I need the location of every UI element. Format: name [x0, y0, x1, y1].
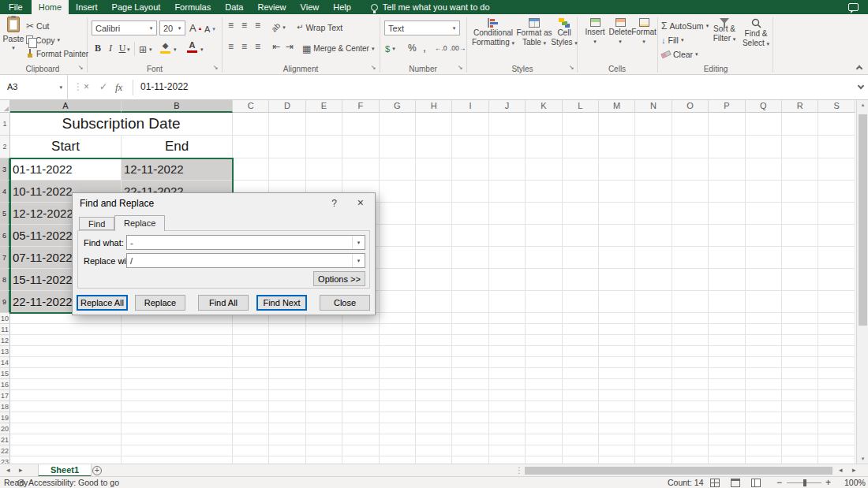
cell-J16[interactable]	[489, 379, 526, 390]
align-center-button[interactable]: ≡	[241, 42, 247, 51]
cell-D23[interactable]	[269, 456, 305, 464]
cell-J8[interactable]	[489, 269, 526, 291]
cell-Q15[interactable]	[746, 368, 782, 379]
cell-A17[interactable]	[10, 390, 122, 401]
cell-N17[interactable]	[635, 390, 672, 401]
autosum-button[interactable]: Σ AutoSum▾	[661, 19, 709, 32]
cell-L4[interactable]	[563, 181, 599, 203]
decrease-font-button[interactable]: A▾	[204, 22, 215, 35]
cell-C16[interactable]	[233, 379, 269, 390]
cell-J9[interactable]	[489, 291, 526, 313]
cell-O3[interactable]	[672, 158, 709, 181]
cell-H1[interactable]	[416, 113, 452, 136]
cell-H12[interactable]	[416, 335, 452, 346]
cell-J20[interactable]	[489, 423, 526, 434]
cell-J2[interactable]	[489, 136, 526, 158]
cell-P4[interactable]	[709, 181, 745, 203]
cell-P7[interactable]	[709, 247, 745, 269]
cell-M7[interactable]	[599, 247, 635, 269]
column-header-A[interactable]: A	[10, 100, 122, 113]
cell-L22[interactable]	[563, 445, 599, 456]
cell-Q1[interactable]	[746, 113, 782, 136]
cell-O21[interactable]	[672, 434, 709, 445]
zoom-in-button[interactable]: +	[825, 477, 831, 488]
row-header-22[interactable]: 22	[0, 445, 10, 456]
cell-R4[interactable]	[782, 181, 818, 203]
cell-P9[interactable]	[709, 291, 745, 313]
cell-I9[interactable]	[452, 291, 488, 313]
column-header-J[interactable]: J	[489, 100, 526, 113]
cell-N8[interactable]	[635, 269, 672, 291]
cell-D16[interactable]	[269, 379, 305, 390]
cell-B16[interactable]	[122, 379, 233, 390]
cell-N1[interactable]	[635, 113, 672, 136]
borders-button[interactable]: ⊞▾	[139, 43, 152, 56]
cell-Q7[interactable]	[746, 247, 782, 269]
options-button[interactable]: Options >>	[313, 271, 365, 286]
row-header-15[interactable]: 15	[0, 368, 10, 379]
cell-L13[interactable]	[563, 346, 599, 357]
cell-J5[interactable]	[489, 203, 526, 225]
cell-R12[interactable]	[782, 335, 818, 346]
cell-D15[interactable]	[269, 368, 305, 379]
replace-all-button[interactable]: Replace All	[77, 295, 128, 311]
sheet-tab-sheet1[interactable]: Sheet1	[38, 464, 92, 477]
cell-G21[interactable]	[380, 434, 416, 445]
cell-M12[interactable]	[599, 335, 635, 346]
cell-A11[interactable]	[10, 324, 122, 335]
underline-dropdown-icon[interactable]: ▾	[127, 47, 130, 53]
cell-G3[interactable]	[380, 158, 416, 181]
cell-P19[interactable]	[709, 412, 745, 423]
cell-E11[interactable]	[306, 324, 342, 335]
font-color-button[interactable]: A	[187, 40, 197, 53]
cell-Q22[interactable]	[746, 445, 782, 456]
cell-O19[interactable]	[672, 412, 709, 423]
zoom-out-button[interactable]: −	[776, 477, 782, 488]
cell-N12[interactable]	[635, 335, 672, 346]
cell-B21[interactable]	[122, 434, 233, 445]
cell-P2[interactable]	[709, 136, 745, 158]
cell-M16[interactable]	[599, 379, 635, 390]
format-painter-button[interactable]: Format Painter	[26, 47, 88, 61]
name-box[interactable]: A3 ▾	[0, 75, 68, 99]
cell-E22[interactable]	[306, 445, 342, 456]
cell-F17[interactable]	[342, 390, 379, 401]
cell-I19[interactable]	[452, 412, 488, 423]
font-dialog-launcher[interactable]: ↘	[211, 64, 219, 72]
zoom-slider-thumb[interactable]	[803, 479, 806, 486]
cell-F3[interactable]	[342, 158, 379, 181]
cell-F1[interactable]	[342, 113, 379, 136]
cell-R18[interactable]	[782, 401, 818, 412]
clear-button[interactable]: Clear▾	[661, 47, 698, 61]
cell-H23[interactable]	[416, 456, 452, 464]
cell-S14[interactable]	[818, 357, 855, 368]
cell-E14[interactable]	[306, 357, 342, 368]
cell-O7[interactable]	[672, 247, 709, 269]
decrease-decimal-button[interactable]: .00→	[450, 44, 466, 52]
cell-C1[interactable]	[233, 113, 269, 136]
cell-A18[interactable]	[10, 401, 122, 412]
cell-L1[interactable]	[563, 113, 599, 136]
bold-button[interactable]: B	[92, 43, 103, 54]
cell-E13[interactable]	[306, 346, 342, 357]
row-header-16[interactable]: 16	[0, 379, 10, 390]
fill-button[interactable]: ↓ Fill▾	[661, 33, 683, 47]
expand-formula-bar-icon[interactable]	[858, 83, 864, 89]
cell-K17[interactable]	[526, 390, 562, 401]
replace-with-input[interactable]: / ▾	[126, 253, 365, 268]
cell-I8[interactable]	[452, 269, 488, 291]
cell-J21[interactable]	[489, 434, 526, 445]
cell-A12[interactable]	[10, 335, 122, 346]
cell-S18[interactable]	[818, 401, 855, 412]
row-header-8[interactable]: 8	[0, 269, 10, 291]
cell-O9[interactable]	[672, 291, 709, 313]
cell-M1[interactable]	[599, 113, 635, 136]
cell-R1[interactable]	[782, 113, 818, 136]
cell-P15[interactable]	[709, 368, 745, 379]
cell-P21[interactable]	[709, 434, 745, 445]
cell-A15[interactable]	[10, 368, 122, 379]
cell-G5[interactable]	[380, 203, 416, 225]
cell-G9[interactable]	[380, 291, 416, 313]
cell-E2[interactable]	[306, 136, 342, 158]
cell-I16[interactable]	[452, 379, 488, 390]
